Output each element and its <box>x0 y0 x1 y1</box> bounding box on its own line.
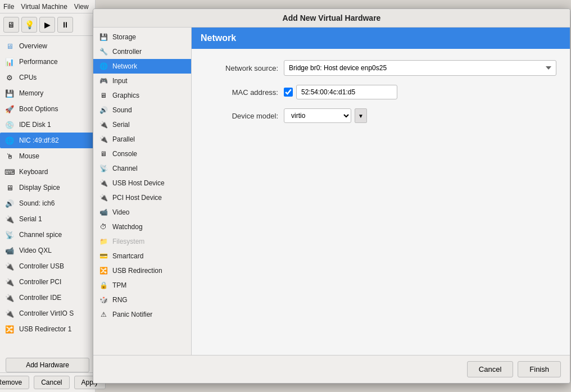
list-item-smartcard[interactable]: 💳 Smartcard <box>93 249 191 263</box>
list-item-watchdog[interactable]: ⏱ Watchdog <box>93 220 191 234</box>
sidebar-item-video-qxl[interactable]: 📹 Video QXL <box>0 243 95 258</box>
sidebar-item-controller-virtio[interactable]: 🔌 Controller VirtIO S <box>0 306 95 321</box>
list-item-rng[interactable]: 🎲 RNG <box>93 293 191 307</box>
finish-button[interactable]: Finish <box>518 361 561 377</box>
sidebar-item-boot-options[interactable]: 🚀 Boot Options <box>0 101 95 117</box>
list-item-input[interactable]: 🎮 Input <box>93 74 191 88</box>
toolbar-play[interactable]: ▶ <box>39 17 55 33</box>
sidebar-item-controller-usb[interactable]: 🔌 Controller USB <box>0 258 95 274</box>
serial-dialog-icon: 🔌 <box>99 120 108 129</box>
sidebar-item-usb-redirector[interactable]: 🔀 USB Redirector 1 <box>0 321 95 337</box>
sound-icon: 🔊 <box>4 198 15 208</box>
tpm-icon: 🔒 <box>99 281 108 290</box>
controller-ide-icon: 🔌 <box>4 293 15 303</box>
dialog-footer: Cancel Finish <box>93 355 570 383</box>
network-source-select[interactable]: Bridge br0: Host device enp0s25 <box>284 60 556 76</box>
mouse-icon: 🖱 <box>4 151 15 161</box>
list-item-pci-host[interactable]: 🔌 PCI Host Device <box>93 190 191 205</box>
cancel-button[interactable]: Cancel <box>467 361 513 377</box>
network-source-control: Bridge br0: Host device enp0s25 <box>284 60 556 76</box>
sidebar-item-channel-spice[interactable]: 📡 Channel spice <box>0 227 95 243</box>
sidebar-item-serial-1[interactable]: 🔌 Serial 1 <box>0 211 95 227</box>
performance-icon: 📊 <box>4 57 15 67</box>
controller-usb-icon: 🔌 <box>4 261 15 271</box>
list-item-filesystem: 📁 Filesystem <box>93 234 191 249</box>
list-item-channel[interactable]: 📡 Channel <box>93 161 191 176</box>
usb-redir-dialog-icon: 🔀 <box>99 266 108 275</box>
toolbar-light[interactable]: 💡 <box>21 17 37 33</box>
parallel-icon: 🔌 <box>99 135 108 144</box>
sidebar-item-keyboard[interactable]: ⌨ Keyboard <box>0 164 95 180</box>
vm-window: File Virtual Machine View 🖥 💡 ▶ ⏸ 🖥 Over… <box>0 0 96 392</box>
list-item-network[interactable]: 🌐 Network <box>93 59 191 74</box>
add-hardware-button[interactable]: Add Hardware <box>6 358 89 372</box>
list-item-panic[interactable]: ⚠ Panic Notifier <box>93 307 191 322</box>
input-icon: 🎮 <box>99 76 108 85</box>
boot-icon: 🚀 <box>4 104 15 114</box>
controller-pci-icon: 🔌 <box>4 277 15 287</box>
network-form: Network source: Bridge br0: Host device … <box>192 49 570 134</box>
controller-icon: 🔧 <box>99 47 108 56</box>
dialog-right-panel: Network Network source: Bridge br0: Host… <box>192 28 570 355</box>
device-model-control: virtio ▼ <box>284 108 556 123</box>
mac-address-row: MAC address: <box>205 85 556 99</box>
serial-icon: 🔌 <box>4 214 15 224</box>
filesystem-icon: 📁 <box>99 237 108 246</box>
list-item-parallel[interactable]: 🔌 Parallel <box>93 132 191 147</box>
channel-dialog-icon: 📡 <box>99 164 108 173</box>
mac-address-input[interactable] <box>296 85 397 99</box>
menu-view[interactable]: View <box>74 3 89 11</box>
device-model-row: Device model: virtio ▼ <box>205 108 556 123</box>
list-item-sound[interactable]: 🔊 Sound <box>93 103 191 117</box>
dialog-left-panel: 💾 Storage 🔧 Controller 🌐 Network 🎮 Input… <box>93 28 192 355</box>
list-item-graphics[interactable]: 🖥 Graphics <box>93 88 191 103</box>
list-item-serial[interactable]: 🔌 Serial <box>93 117 191 132</box>
sidebar-item-overview[interactable]: 🖥 Overview <box>0 38 95 54</box>
pci-host-icon: 🔌 <box>99 193 108 202</box>
sidebar-item-controller-pci[interactable]: 🔌 Controller PCI <box>0 274 95 290</box>
nic-icon: 🌐 <box>4 135 15 145</box>
memory-icon: 💾 <box>4 88 15 98</box>
list-item-usb-host[interactable]: 🔌 USB Host Device <box>93 176 191 190</box>
rng-icon: 🎲 <box>99 295 108 304</box>
menu-file[interactable]: File <box>3 3 14 11</box>
sidebar-item-ide-disk[interactable]: 💿 IDE Disk 1 <box>0 117 95 133</box>
list-item-usb-redir[interactable]: 🔀 USB Redirection <box>93 263 191 278</box>
device-model-select[interactable]: virtio <box>284 108 351 123</box>
toolbar-pause[interactable]: ⏸ <box>57 17 73 33</box>
list-item-tpm[interactable]: 🔒 TPM <box>93 278 191 293</box>
sidebar-item-controller-ide[interactable]: 🔌 Controller IDE <box>0 290 95 306</box>
smartcard-icon: 💳 <box>99 252 108 261</box>
usb-host-icon: 🔌 <box>99 179 108 188</box>
vm-toolbar: 🖥 💡 ▶ ⏸ <box>0 13 95 36</box>
controller-virtio-icon: 🔌 <box>4 308 15 318</box>
monitor-icon: 🖥 <box>4 41 15 51</box>
sidebar-item-performance[interactable]: 📊 Performance <box>0 54 95 70</box>
sidebar-item-mouse[interactable]: 🖱 Mouse <box>0 148 95 164</box>
mac-checkbox[interactable] <box>284 88 293 97</box>
device-model-dropdown-btn[interactable]: ▼ <box>355 108 367 123</box>
menu-vm[interactable]: Virtual Machine <box>21 3 67 11</box>
list-item-storage[interactable]: 💾 Storage <box>93 30 191 44</box>
vm-cancel-button[interactable]: Cancel <box>34 376 69 389</box>
sound-dialog-icon: 🔊 <box>99 106 108 115</box>
dialog-title: Add New Virtual Hardware <box>93 9 570 28</box>
list-item-controller[interactable]: 🔧 Controller <box>93 44 191 59</box>
toolbar-monitor[interactable]: 🖥 <box>3 17 19 33</box>
sidebar-item-cpus[interactable]: ⚙ CPUs <box>0 70 95 85</box>
sidebar-item-display-spice[interactable]: 🖥 Display Spice <box>0 180 95 195</box>
add-hardware-dialog: Add New Virtual Hardware 💾 Storage 🔧 Con… <box>93 8 570 384</box>
network-source-label: Network source: <box>205 64 278 72</box>
disk-icon: 💿 <box>4 120 15 130</box>
sidebar-item-nic[interactable]: 🌐 NIC :49:df:82 <box>0 133 95 148</box>
remove-button[interactable]: Remove <box>0 376 29 389</box>
list-item-video[interactable]: 📹 Video <box>93 205 191 220</box>
mac-address-label: MAC address: <box>205 88 278 97</box>
network-source-row: Network source: Bridge br0: Host device … <box>205 60 556 76</box>
sidebar-item-memory[interactable]: 💾 Memory <box>0 85 95 101</box>
keyboard-icon: ⌨ <box>4 167 15 177</box>
list-item-console[interactable]: 🖥 Console <box>93 147 191 161</box>
sidebar-item-sound[interactable]: 🔊 Sound: ich6 <box>0 195 95 211</box>
video-dialog-icon: 📹 <box>99 208 108 217</box>
device-model-label: Device model: <box>205 112 278 120</box>
